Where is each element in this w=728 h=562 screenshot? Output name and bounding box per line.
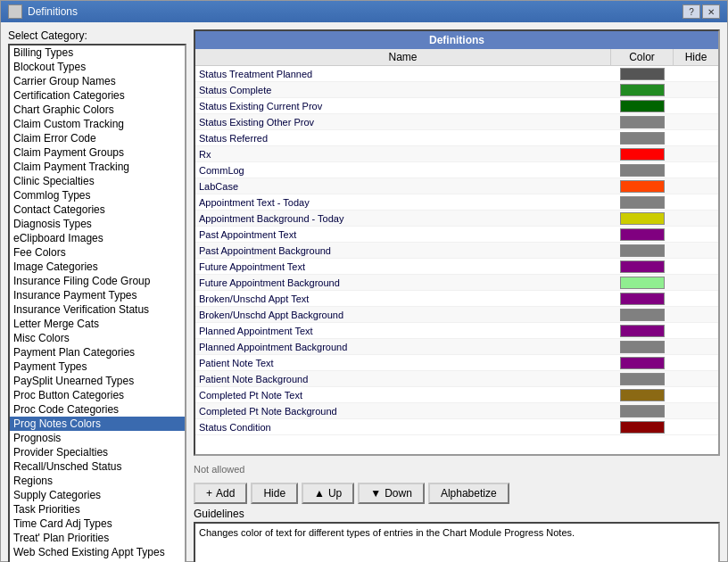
row-color[interactable] bbox=[611, 404, 674, 418]
list-item[interactable]: Billing Types bbox=[10, 45, 185, 60]
list-item[interactable]: Clinic Specialties bbox=[10, 174, 185, 188]
list-item[interactable]: Image Categories bbox=[10, 260, 185, 274]
down-button[interactable]: ▼ Down bbox=[358, 483, 425, 504]
table-row[interactable]: Status Existing Current Prov bbox=[195, 98, 718, 114]
row-color[interactable] bbox=[611, 308, 674, 322]
table-row[interactable]: Appointment Background - Today bbox=[195, 211, 718, 227]
hide-button[interactable]: Hide bbox=[251, 483, 298, 504]
list-item[interactable]: PaySplit Unearned Types bbox=[10, 374, 185, 388]
row-color[interactable] bbox=[611, 179, 674, 194]
list-item[interactable]: Time Card Adj Types bbox=[10, 517, 185, 531]
table-row[interactable]: Completed Pt Note Background bbox=[195, 403, 718, 419]
up-button[interactable]: ▲ Up bbox=[302, 483, 354, 504]
list-item[interactable]: Insurance Verification Status bbox=[10, 302, 185, 317]
app-icon bbox=[8, 4, 22, 19]
row-color[interactable] bbox=[611, 147, 674, 161]
row-color[interactable] bbox=[611, 115, 674, 129]
list-item[interactable]: Treat' Plan Priorities bbox=[10, 531, 185, 545]
row-name: Rx bbox=[195, 148, 611, 161]
row-name: Status Existing Current Prov bbox=[195, 100, 611, 112]
table-row[interactable]: Status Referred bbox=[195, 130, 718, 146]
list-item[interactable]: Recall/Unsched Status bbox=[10, 459, 185, 474]
list-item[interactable]: Proc Code Categories bbox=[10, 402, 185, 417]
list-item[interactable]: Certification Categories bbox=[10, 88, 185, 103]
row-color[interactable] bbox=[611, 276, 674, 290]
row-color[interactable] bbox=[611, 260, 674, 274]
list-item[interactable]: Claim Payment Tracking bbox=[10, 160, 185, 174]
table-row[interactable]: Future Appointment Background bbox=[195, 275, 718, 291]
help-button[interactable]: ? bbox=[682, 4, 700, 19]
row-color[interactable] bbox=[611, 211, 674, 226]
table-row[interactable]: CommLog bbox=[195, 162, 718, 178]
row-color[interactable] bbox=[611, 131, 674, 145]
add-button[interactable]: + Add bbox=[194, 483, 247, 504]
table-row[interactable]: Appointment Text - Today bbox=[195, 194, 718, 211]
list-item[interactable]: Prog Notes Colors bbox=[10, 417, 185, 431]
table-row[interactable]: Planned Appointment Background bbox=[195, 339, 718, 355]
row-color[interactable] bbox=[611, 227, 674, 242]
list-item[interactable]: Misc Colors bbox=[10, 331, 185, 345]
row-name: Completed Pt Note Text bbox=[195, 389, 611, 401]
row-color[interactable] bbox=[611, 356, 674, 370]
table-row[interactable]: Future Appointment Text bbox=[195, 259, 718, 275]
table-rows[interactable]: Status Treatment PlannedStatus CompleteS… bbox=[195, 66, 718, 454]
table-row[interactable]: LabCase bbox=[195, 178, 718, 194]
list-item[interactable]: Proc Button Categories bbox=[10, 388, 185, 402]
list-item[interactable]: Commlog Types bbox=[10, 188, 185, 202]
row-color[interactable] bbox=[611, 99, 674, 113]
table-row[interactable]: Status Existing Other Prov bbox=[195, 114, 718, 130]
row-hide bbox=[674, 186, 718, 187]
list-item[interactable]: Insurance Payment Types bbox=[10, 288, 185, 302]
list-item[interactable]: Provider Specialties bbox=[10, 445, 185, 459]
row-color[interactable] bbox=[611, 324, 674, 338]
list-item[interactable]: Letter Merge Cats bbox=[10, 317, 185, 331]
row-color[interactable] bbox=[611, 372, 674, 386]
window-close-button[interactable]: ✕ bbox=[702, 4, 720, 19]
table-row[interactable]: Patient Note Text bbox=[195, 355, 718, 371]
list-item[interactable]: Supply Categories bbox=[10, 488, 185, 502]
list-item[interactable]: Payment Plan Categories bbox=[10, 345, 185, 360]
list-item[interactable]: Insurance Filing Code Group bbox=[10, 274, 185, 288]
row-color[interactable] bbox=[611, 420, 674, 434]
table-row[interactable]: Past Appointment Background bbox=[195, 243, 718, 259]
row-color[interactable] bbox=[611, 340, 674, 354]
table-row[interactable]: Rx bbox=[195, 146, 718, 162]
category-listbox[interactable]: Billing TypesBlockout TypesCarrier Group… bbox=[8, 44, 186, 562]
table-row[interactable]: Planned Appointment Text bbox=[195, 323, 718, 339]
row-color[interactable] bbox=[611, 244, 674, 258]
list-item[interactable]: eClipboard Images bbox=[10, 231, 185, 245]
table-row[interactable]: Status Complete bbox=[195, 82, 718, 98]
table-row[interactable]: Status Treatment Planned bbox=[195, 66, 718, 82]
row-color[interactable] bbox=[611, 195, 674, 210]
row-color[interactable] bbox=[611, 83, 674, 97]
row-color[interactable] bbox=[611, 67, 674, 81]
list-item[interactable]: Blockout Types bbox=[10, 60, 185, 74]
list-item[interactable]: Task Priorities bbox=[10, 502, 185, 517]
table-row[interactable]: Broken/Unschd Appt Text bbox=[195, 291, 718, 307]
list-item[interactable]: Claim Custom Tracking bbox=[10, 117, 185, 131]
color-swatch bbox=[620, 405, 665, 417]
list-item[interactable]: Payment Types bbox=[10, 360, 185, 374]
alphabetize-button[interactable]: Alphabetize bbox=[428, 483, 509, 504]
list-item[interactable]: Carrier Group Names bbox=[10, 74, 185, 88]
list-item[interactable]: Chart Graphic Colors bbox=[10, 103, 185, 117]
table-row[interactable]: Broken/Unschd Appt Background bbox=[195, 307, 718, 323]
list-item[interactable]: Contact Categories bbox=[10, 202, 185, 217]
list-item[interactable]: Diagnosis Types bbox=[10, 217, 185, 231]
list-item[interactable]: Claim Payment Groups bbox=[10, 145, 185, 160]
list-item[interactable]: Fee Colors bbox=[10, 245, 185, 260]
color-swatch bbox=[620, 309, 665, 321]
table-row[interactable]: Completed Pt Note Text bbox=[195, 387, 718, 403]
table-row[interactable]: Patient Note Background bbox=[195, 371, 718, 387]
table-row[interactable]: Status Condition bbox=[195, 419, 718, 435]
row-color[interactable] bbox=[611, 163, 674, 178]
list-item[interactable]: Web Sched Existing Appt Types bbox=[10, 545, 185, 559]
color-swatch bbox=[620, 341, 665, 353]
list-item[interactable]: Claim Error Code bbox=[10, 131, 185, 145]
list-item[interactable]: Prognosis bbox=[10, 431, 185, 445]
list-item[interactable]: Regions bbox=[10, 474, 185, 488]
row-color[interactable] bbox=[611, 292, 674, 306]
table-row[interactable]: Past Appointment Text bbox=[195, 227, 718, 243]
row-color[interactable] bbox=[611, 388, 674, 402]
row-hide bbox=[674, 362, 718, 364]
